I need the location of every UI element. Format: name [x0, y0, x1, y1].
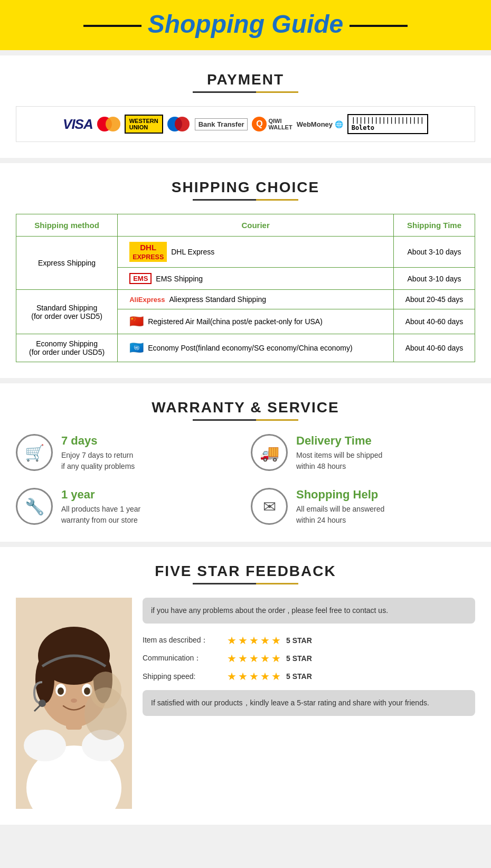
qiwi-icon: Q QIWIWALLET [252, 117, 292, 131]
warranty-section: WARRANTY & SERVICE 🛒 7 days Enjoy 7 days… [0, 383, 491, 542]
payment-title: PAYMENT [16, 71, 475, 88]
star-3: ★ [249, 670, 259, 683]
feedback-bubble-top: if you have any problems about the order… [143, 598, 475, 624]
warranty-desc-1year: All products have 1 yearwarranty from ou… [61, 504, 140, 526]
svg-point-16 [90, 672, 121, 709]
cart-icon: 🛒 [16, 434, 53, 471]
warranty-item-delivery: 🚚 Delivery Time Most items will be shipp… [251, 434, 475, 472]
star-3: ★ [249, 652, 259, 665]
col-header-courier: Courier [118, 214, 394, 237]
rating-value-item: 5 STAR [286, 636, 312, 645]
warranty-desc-help: All emails will be answeredwithin 24 hou… [296, 504, 384, 526]
feedback-layout: if you have any problems about the order… [16, 598, 475, 809]
time-dhl: About 3-10 days [394, 237, 475, 268]
star-1: ★ [227, 670, 237, 683]
feedback-content: if you have any problems about the order… [143, 598, 475, 716]
un-logo: 🇺🇳 [129, 341, 144, 355]
star-2: ★ [238, 670, 248, 683]
bank-transfer-icon: Bank Transfer [195, 118, 248, 130]
shipping-section: SHIPPING CHOICE Shipping method Courier … [0, 163, 491, 378]
dhl-name: DHL Express [171, 248, 214, 256]
shipping-title: SHIPPING CHOICE [16, 179, 475, 196]
warranty-text-1year: 1 year All products have 1 yearwarranty … [61, 488, 140, 526]
truck-icon: 🚚 [251, 434, 288, 471]
star-4: ★ [260, 634, 270, 647]
feedback-section: FIVE STAR FEEDBACK [0, 547, 491, 825]
rating-value-shipping: 5 STAR [286, 672, 312, 681]
warranty-text-delivery: Delivery Time Most items will be shipped… [296, 434, 382, 472]
shipping-table: Shipping method Courier Shipping Time Ex… [16, 214, 475, 362]
chinapost-name: Registered Air Mail(china post/e packet-… [148, 317, 323, 326]
rating-row-item: Item as described： ★ ★ ★ ★ ★ 5 STAR [143, 634, 475, 647]
payment-icons-row: VISA WESTERNUNION Bank Transfer Q QIWIWA… [16, 106, 475, 142]
star-1: ★ [227, 634, 237, 647]
aliexpress-name: Aliexpress Standard Shipping [169, 295, 266, 304]
warranty-desc-7days: Enjoy 7 days to returnif any quality pro… [61, 450, 135, 472]
method-express: Express Shipping [16, 237, 118, 290]
star-5: ★ [271, 670, 281, 683]
visa-icon: VISA [63, 116, 93, 133]
header-title: Shopping Guide [77, 10, 414, 39]
warranty-item-help: ✉ Shopping Help All emails will be answe… [251, 488, 475, 526]
time-ems: About 3-10 days [394, 268, 475, 290]
courier-dhl: DHLEXPRESS DHL Express [118, 237, 394, 268]
courier-ems: EMS EMS Shipping [118, 268, 394, 290]
rating-label-item: Item as described： [143, 636, 227, 645]
ems-name: EMS Shipping [156, 275, 203, 283]
rating-label-shipping: Shipping speed: [143, 672, 227, 681]
rating-row-shipping: Shipping speed: ★ ★ ★ ★ ★ 5 STAR [143, 670, 475, 683]
tools-icon: 🔧 [16, 488, 53, 525]
courier-aliexpress: AliExpress Aliexpress Standard Shipping [118, 290, 394, 309]
warranty-underline [193, 419, 298, 421]
star-4: ★ [260, 670, 270, 683]
dhl-logo: DHLEXPRESS [129, 242, 167, 262]
western-union-icon: WESTERNUNION [125, 115, 163, 134]
warranty-highlight-1year: 1 year [61, 488, 140, 502]
method-economy: Economy Shipping(for order under USD5) [16, 334, 118, 362]
svg-point-9 [58, 687, 64, 695]
star-4: ★ [260, 652, 270, 665]
warranty-grid: 🛒 7 days Enjoy 7 days to returnif any qu… [16, 434, 475, 526]
courier-economy: 🇺🇳 Economy Post(finland economy/SG econo… [118, 334, 394, 362]
stars-item: ★ ★ ★ ★ ★ [227, 634, 281, 647]
rating-row-comm: Communication： ★ ★ ★ ★ ★ 5 STAR [143, 652, 475, 665]
courier-chinapost: 🇨🇳 Registered Air Mail(china post/e pack… [118, 309, 394, 334]
star-5: ★ [271, 652, 281, 665]
warranty-highlight-delivery: Delivery Time [296, 434, 382, 448]
stars-comm: ★ ★ ★ ★ ★ [227, 652, 281, 665]
warranty-item-1year: 🔧 1 year All products have 1 yearwarrant… [16, 488, 240, 526]
rating-label-comm: Communication： [143, 654, 227, 663]
table-row: Economy Shipping(for order under USD5) 🇺… [16, 334, 475, 362]
warranty-title: WARRANTY & SERVICE [16, 399, 475, 416]
col-header-time: Shipping Time [394, 214, 475, 237]
star-2: ★ [238, 634, 248, 647]
payment-section: PAYMENT VISA WESTERNUNION Bank Transfer … [0, 55, 491, 158]
mail-icon: ✉ [251, 488, 288, 525]
customer-service-image [16, 598, 132, 809]
mastercard-icon [97, 116, 120, 132]
svg-point-11 [71, 699, 77, 703]
feedback-photo [16, 598, 132, 809]
svg-point-13 [24, 730, 66, 761]
star-3: ★ [249, 634, 259, 647]
time-economy: About 40-60 days [394, 334, 475, 362]
method-standard: Standard Shipping(for order over USD5) [16, 290, 118, 334]
table-row: Express Shipping DHLEXPRESS DHL Express … [16, 237, 475, 268]
feedback-bubble-bottom: If satisfied with our products，kindly le… [143, 690, 475, 716]
payment-underline [193, 91, 298, 93]
stars-shipping: ★ ★ ★ ★ ★ [227, 670, 281, 683]
rating-value-comm: 5 STAR [286, 654, 312, 663]
warranty-highlight-7days: 7 days [61, 434, 135, 448]
star-2: ★ [238, 652, 248, 665]
feedback-underline [193, 583, 298, 584]
warranty-highlight-help: Shopping Help [296, 488, 384, 502]
time-aliexpress: About 20-45 days [394, 290, 475, 309]
header-banner: Shopping Guide [0, 0, 491, 50]
chinapost-logo: 🇨🇳 [129, 315, 144, 328]
svg-point-10 [84, 687, 90, 695]
boleto-icon: |||||||||||||||||||Boleto [347, 114, 428, 134]
warranty-item-7days: 🛒 7 days Enjoy 7 days to returnif any qu… [16, 434, 240, 472]
table-row: Standard Shipping(for order over USD5) A… [16, 290, 475, 309]
economy-name: Economy Post(finland economy/SG economy/… [148, 344, 353, 352]
maestro-icon [167, 116, 191, 132]
